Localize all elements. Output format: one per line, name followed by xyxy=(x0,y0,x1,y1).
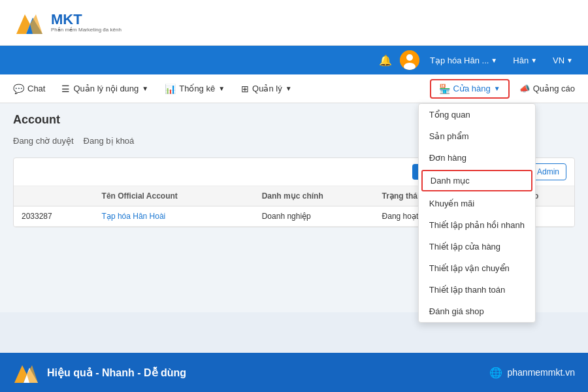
tong-quan-label: Tổng quan xyxy=(429,110,470,120)
region-dropdown[interactable]: VN ▼ xyxy=(547,53,578,68)
user-dropdown[interactable]: Tạp hóa Hân ... ▼ xyxy=(425,53,502,68)
lang-dropdown[interactable]: Hân ▼ xyxy=(508,53,542,68)
footer-tagline-label: Hiệu quả - Nhanh - Dễ dùng xyxy=(47,367,186,379)
user-chevron-icon: ▼ xyxy=(491,57,497,64)
nav-bar: 🔔 Tạp hóa Hân ... ▼ Hân ▼ VN ▼ xyxy=(0,46,588,74)
dropdown-item-tong-quan[interactable]: Tổng quan xyxy=(419,104,535,125)
tab-dang-cho-duyet[interactable]: Đang chờ duyệt xyxy=(13,133,74,150)
dropdown-item-danh-gia[interactable]: Đánh giá shop xyxy=(419,301,535,322)
list-icon: ☰ xyxy=(61,84,70,94)
footer: Hiệu quả - Nhanh - Dễ dùng 🌐 phanmemmkt.… xyxy=(0,353,588,392)
quang-cao-label: Quảng cáo xyxy=(533,84,575,93)
footer-website-label: phanmemmkt.vn xyxy=(508,367,575,378)
menu-qlnd-label: Quản lý nội dung xyxy=(73,84,139,93)
col-header-cat: Danh mục chính xyxy=(254,186,374,206)
logo-container: MKT Phần mềm Marketing đa kênh xyxy=(13,8,122,37)
menu-item-quan-ly[interactable]: ⊞ Quản lý ▼ xyxy=(235,80,298,98)
menu-ql-label: Quản lý xyxy=(252,84,282,93)
user-name-label: Tạp hóa Hân ... xyxy=(430,56,489,65)
nav-right: 🔔 Tạp hóa Hân ... ▼ Hân ▼ VN ▼ xyxy=(376,50,578,70)
dropdown-item-thiet-lap-tt[interactable]: Thiết lập thanh toán xyxy=(419,279,535,301)
lang-chevron-icon: ▼ xyxy=(531,57,537,64)
footer-right: 🌐 phanmemmkt.vn xyxy=(489,367,575,379)
bell-icon[interactable]: 🔔 xyxy=(376,51,395,69)
region-label: VN xyxy=(553,56,564,65)
danh-muc-label: Danh mục xyxy=(431,176,470,186)
dropdown-item-khuyen-mai[interactable]: Khuyến mãi xyxy=(419,193,535,214)
cua-hang-button[interactable]: 🏪 Cửa hàng ▼ xyxy=(430,79,510,99)
dropdown-item-san-pham[interactable]: Sản phẩm xyxy=(419,125,535,147)
logo-subtitle-label: Phần mềm Marketing đa kênh xyxy=(51,27,122,33)
cua-hang-chevron-icon: ▼ xyxy=(494,85,500,92)
globe-icon: 🌐 xyxy=(489,367,502,379)
thiet-lap-vc-label: Thiết lập vận chuyển xyxy=(429,263,510,273)
tk-chevron-icon: ▼ xyxy=(218,85,225,92)
menu-right: 🏪 Cửa hàng ▼ 📣 Quảng cáo xyxy=(430,79,581,99)
row-name-link[interactable]: Tạp hóa Hân Hoài xyxy=(102,212,166,221)
row-category: Doanh nghiệp xyxy=(254,206,374,227)
logo-mkt-label: MKT xyxy=(51,12,122,27)
thiet-lap-ch-label: Thiết lập cửa hàng xyxy=(429,242,500,252)
menu-chat-label: Chat xyxy=(27,84,45,93)
col-header-name: Tên Official Account xyxy=(94,186,254,206)
mkt-logo-icon xyxy=(13,8,46,37)
chat-icon: 💬 xyxy=(13,84,24,94)
thiet-lap-phh-label: Thiết lập phản hồi nhanh xyxy=(429,220,525,230)
qlnd-chevron-icon: ▼ xyxy=(142,85,148,92)
cua-hang-dropdown: Tổng quan Sản phẩm Đơn hàng Danh mục Khu… xyxy=(418,103,536,323)
lang-label: Hân xyxy=(513,56,529,65)
chart-icon: 📊 xyxy=(165,84,176,94)
dropdown-item-thiet-lap-ch[interactable]: Thiết lập cửa hàng xyxy=(419,236,535,257)
quang-cao-button[interactable]: 📣 Quảng cáo xyxy=(513,80,581,97)
tab-dang-cho-duyet-label: Đang chờ duyệt xyxy=(13,136,74,146)
footer-left: Hiệu quả - Nhanh - Dễ dùng xyxy=(13,360,186,385)
row-name: Tạp hóa Hân Hoài xyxy=(94,206,254,227)
ql-chevron-icon: ▼ xyxy=(286,85,292,92)
region-chevron-icon: ▼ xyxy=(566,57,573,64)
store-icon: 🏪 xyxy=(439,84,450,94)
thiet-lap-tt-label: Thiết lập thanh toán xyxy=(429,285,505,295)
dropdown-item-don-hang[interactable]: Đơn hàng xyxy=(419,147,535,169)
tab-dang-bi-khoa-label: Đang bị khoá xyxy=(84,136,135,146)
svg-point-4 xyxy=(406,54,413,61)
khuyen-mai-label: Khuyến mãi xyxy=(429,199,474,208)
cua-hang-label: Cửa hàng xyxy=(453,84,491,93)
san-pham-label: Sản phẩm xyxy=(429,131,469,141)
user-avatar xyxy=(400,50,419,70)
footer-logo-icon xyxy=(13,360,39,385)
dropdown-item-thiet-lap-phh[interactable]: Thiết lập phản hồi nhanh xyxy=(419,214,535,236)
menu-item-chat[interactable]: 💬 Chat xyxy=(7,80,52,98)
tab-dang-bi-khoa[interactable]: Đang bị khoá xyxy=(84,133,135,150)
menu-tk-label: Thống kê xyxy=(179,84,215,93)
danh-gia-label: Đánh giá shop xyxy=(429,306,484,316)
top-bar: MKT Phần mềm Marketing đa kênh xyxy=(0,0,588,46)
speaker-icon: 📣 xyxy=(519,84,530,93)
logo-text: MKT Phần mềm Marketing đa kênh xyxy=(51,12,122,33)
col-header-id xyxy=(14,186,94,206)
row-id: 2033287 xyxy=(14,206,94,227)
svg-marker-2 xyxy=(30,14,42,34)
don-hang-label: Đơn hàng xyxy=(429,153,466,163)
menu-item-quan-ly-noi-dung[interactable]: ☰ Quản lý nội dung ▼ xyxy=(55,80,155,98)
menu-item-thong-ke[interactable]: 📊 Thống kê ▼ xyxy=(158,80,231,98)
dropdown-item-danh-muc[interactable]: Danh mục xyxy=(421,170,532,191)
menu-bar: 💬 Chat ☰ Quản lý nội dung ▼ 📊 Thống kê ▼… xyxy=(0,74,588,103)
dropdown-item-thiet-lap-vc[interactable]: Thiết lập vận chuyển xyxy=(419,257,535,279)
grid-icon: ⊞ xyxy=(241,84,249,94)
